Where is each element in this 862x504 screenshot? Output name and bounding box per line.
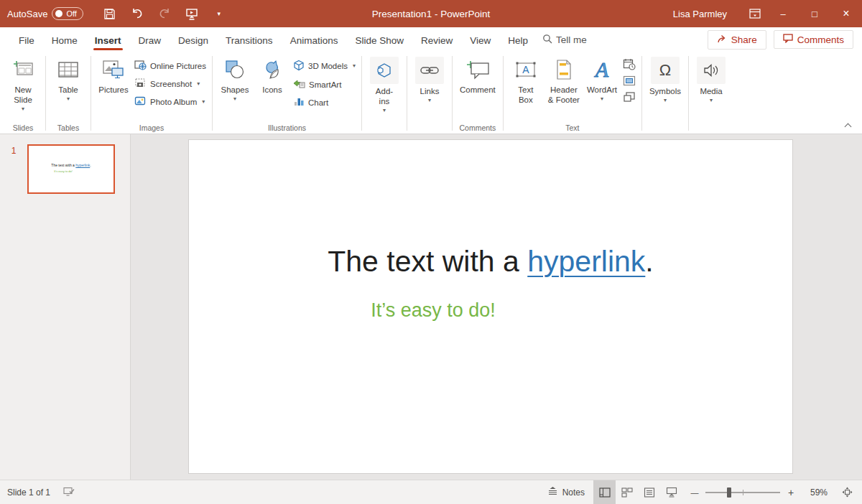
ribbon-group-images: Pictures Online Pictures Screenshot [92, 53, 211, 134]
wordart-button[interactable]: A WordArt ▾ [583, 55, 621, 104]
comment-bubble-icon [783, 34, 793, 45]
slide-thumbnail[interactable]: The text with a hyperlink. It’s easy to … [27, 144, 115, 194]
slide-title-text[interactable]: The text with a hyperlink. [189, 245, 792, 279]
zoom-out-button[interactable]: — [690, 488, 700, 497]
ribbon-group-symbols: Ω Symbols ▾ [643, 53, 687, 134]
collapse-ribbon-icon[interactable] [845, 122, 852, 129]
ribbon-group-addins: Add- ins ▾ [363, 53, 406, 134]
group-divider [407, 56, 407, 131]
tell-me-search[interactable]: Tell me [542, 34, 587, 46]
autosave-state: Off [66, 9, 76, 18]
insert-object-icon[interactable] [622, 90, 636, 103]
header-footer-button[interactable]: Header & Footer [544, 55, 583, 107]
title-hyperlink[interactable]: hyperlink [527, 245, 645, 278]
media-caret-icon: ▾ [710, 98, 713, 103]
shapes-caret-icon: ▾ [233, 96, 236, 102]
links-icon [415, 57, 444, 84]
autosave-switch[interactable]: Off [52, 7, 83, 20]
new-comment-icon [465, 57, 491, 83]
fit-slide-to-window-icon[interactable] [835, 480, 859, 504]
date-time-icon[interactable] [622, 57, 636, 70]
shapes-button[interactable]: Shapes ▾ [216, 55, 254, 104]
wordart-icon: A [590, 57, 614, 83]
links-button[interactable]: Links ▾ [411, 55, 448, 106]
group-divider [688, 56, 689, 131]
symbols-button[interactable]: Ω Symbols ▾ [646, 55, 685, 106]
close-button[interactable]: × [830, 0, 862, 27]
maximize-button[interactable]: □ [799, 0, 830, 27]
reading-view-button[interactable] [638, 480, 660, 504]
online-pictures-button[interactable]: Online Pictures [132, 58, 208, 73]
slide-sorter-view-button[interactable] [616, 480, 638, 504]
slide-subtitle-text[interactable]: It’s easy to do! [131, 299, 735, 322]
pictures-button[interactable]: Pictures [95, 55, 132, 97]
thumbnail-title-text: The text with a hyperlink. [29, 163, 113, 167]
group-divider [212, 56, 213, 131]
tab-insert[interactable]: Insert [86, 29, 130, 50]
chart-icon [293, 96, 305, 108]
tab-view[interactable]: View [461, 29, 499, 50]
tab-animations[interactable]: Animations [282, 29, 347, 50]
tab-design[interactable]: Design [170, 29, 217, 50]
tab-file[interactable]: File [10, 29, 43, 50]
zoom-in-button[interactable]: + [786, 487, 796, 498]
undo-icon[interactable] [129, 6, 145, 22]
title-text-after: . [645, 245, 653, 278]
user-name[interactable]: Lisa Parmley [673, 9, 727, 19]
smartart-button[interactable]: SmartArt [291, 77, 358, 92]
3d-models-icon [293, 60, 305, 73]
svg-text:A: A [522, 64, 529, 75]
accessibility-icon[interactable] [63, 487, 75, 498]
save-icon[interactable] [102, 6, 118, 22]
ribbon-display-options-icon[interactable] [743, 0, 767, 27]
share-label: Share [731, 34, 757, 45]
tab-help[interactable]: Help [499, 29, 537, 50]
slideshow-view-button[interactable] [660, 480, 682, 504]
tab-draw[interactable]: Draw [130, 29, 170, 50]
group-divider [45, 56, 46, 131]
slide-canvas[interactable]: The text with a hyperlink. It’s easy to … [189, 140, 792, 473]
search-icon [542, 34, 552, 46]
tab-home[interactable]: Home [43, 29, 86, 50]
screenshot-button[interactable]: Screenshot ▾ [132, 76, 208, 91]
slide-counter[interactable]: Slide 1 of 1 [7, 487, 50, 498]
minimize-button[interactable]: – [767, 0, 799, 27]
text-box-icon: A [514, 57, 537, 83]
add-ins-button[interactable]: Add- ins ▾ [366, 55, 403, 116]
notes-button[interactable]: Notes [539, 480, 593, 504]
autosave-knob [55, 10, 62, 17]
group-divider [641, 56, 642, 131]
icons-button[interactable]: Icons [254, 55, 291, 97]
zoom-slider-thumb[interactable] [727, 487, 731, 498]
screenshot-icon [134, 78, 147, 90]
table-button[interactable]: Table ▾ [50, 55, 87, 104]
autosave-toggle[interactable]: AutoSave Off [7, 7, 83, 20]
comments-button[interactable]: Comments [774, 30, 853, 49]
tab-transitions[interactable]: Transitions [217, 29, 282, 50]
slide-number-icon[interactable] [622, 74, 636, 87]
group-divider [452, 56, 453, 131]
photo-album-caret-icon: ▾ [202, 99, 205, 105]
chart-button[interactable]: Chart [291, 95, 358, 110]
media-button[interactable]: Media ▾ [692, 55, 730, 106]
text-box-button[interactable]: A Text Box [507, 55, 544, 107]
slide-thumbnail-number: 1 [0, 144, 27, 156]
start-presentation-icon[interactable] [184, 6, 200, 22]
comment-button[interactable]: Comment [456, 55, 499, 97]
zoom-percentage[interactable]: 59% [802, 487, 828, 498]
photo-album-button[interactable]: Photo Album ▾ [132, 94, 208, 109]
titlebar: AutoSave Off [0, 0, 862, 27]
ribbon-group-comments: Comment Comments [453, 53, 502, 134]
share-button[interactable]: Share [708, 30, 766, 50]
omega-symbol-icon: Ω [651, 57, 680, 84]
3d-models-button[interactable]: 3D Models ▾ [291, 58, 358, 74]
tab-slide-show[interactable]: Slide Show [346, 29, 412, 50]
quick-access-toolbar: AutoSave Off [0, 6, 227, 22]
online-pictures-icon [134, 60, 147, 72]
new-slide-button[interactable]: New Slide ▾ [4, 55, 42, 114]
customize-qat-icon[interactable]: ▾ [211, 6, 227, 22]
tab-review[interactable]: Review [412, 29, 461, 50]
normal-view-button[interactable] [593, 480, 616, 504]
zoom-slider[interactable] [705, 492, 780, 493]
redo-icon[interactable] [157, 6, 172, 22]
